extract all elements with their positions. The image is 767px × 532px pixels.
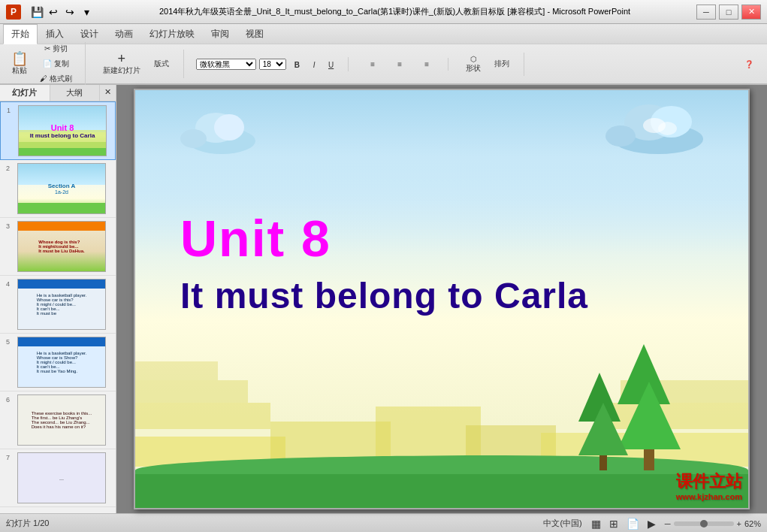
slide-area[interactable]: Unit 8 It must belong to Carla 课件立站 www.… bbox=[116, 85, 767, 513]
new-slide-button[interactable]: + 新建幻灯片 bbox=[98, 50, 146, 78]
slide-num-6: 6 bbox=[6, 394, 15, 404]
slide-img-6: These exercise books in this...The first… bbox=[17, 394, 106, 446]
format-painter-button[interactable]: 🖌 格式刷 bbox=[36, 72, 76, 86]
zoom-percent[interactable]: 62% bbox=[744, 519, 761, 528]
arrange-button[interactable]: 排列 bbox=[489, 56, 515, 71]
slide-title-group[interactable]: Unit 8 It must belong to Carla bbox=[180, 210, 588, 317]
bold-button[interactable]: B bbox=[289, 59, 305, 71]
tab-review[interactable]: 审阅 bbox=[203, 24, 237, 44]
thumb-6-text: These exercise books in this...The first… bbox=[32, 411, 92, 429]
slide-num-5: 5 bbox=[6, 337, 15, 346]
shapes-button[interactable]: ⬡ 形状 bbox=[461, 53, 486, 76]
minimize-button[interactable]: ─ bbox=[696, 5, 716, 20]
normal-view-btn[interactable]: ▦ bbox=[588, 517, 604, 530]
shapes-icon: ⬡ bbox=[470, 55, 477, 63]
slide-img-1: Unit 8 It must belong to Carla bbox=[18, 105, 107, 156]
customize-quick-btn[interactable]: ▾ bbox=[80, 5, 93, 19]
slide-subtitle: It must belong to Carla bbox=[180, 274, 588, 318]
underline-button[interactable]: U bbox=[323, 59, 339, 71]
ribbon-content: 📋 粘贴 ✂ 剪切 📄 复制 🖌 格式刷 + 新建幻灯片 版式 微软雅黑 18 bbox=[0, 44, 767, 83]
slide-sorter-btn[interactable]: ⊞ bbox=[606, 517, 621, 530]
redo-quick-btn[interactable]: ↪ bbox=[63, 5, 77, 19]
new-slide-icon: + bbox=[118, 52, 126, 65]
zoom-plus[interactable]: + bbox=[737, 519, 741, 528]
slide-unit-title: Unit 8 bbox=[180, 210, 588, 267]
slideshow-view-btn[interactable]: ▶ bbox=[645, 517, 659, 530]
drawing-group: ⬡ 形状 排列 bbox=[461, 53, 524, 76]
slide-thumbnail-3[interactable]: 3 Whose dog is this?It might/could be...… bbox=[0, 218, 116, 276]
undo-quick-btn[interactable]: ↩ bbox=[47, 5, 60, 19]
panel-close-button[interactable]: ✕ bbox=[100, 85, 116, 101]
paste-icon: 📋 bbox=[11, 52, 28, 65]
tab-view[interactable]: 视图 bbox=[237, 24, 272, 44]
slide-num-4: 4 bbox=[6, 279, 15, 288]
help-area: ❓ bbox=[737, 58, 761, 71]
panel-tab-outline[interactable]: 大纲 bbox=[50, 85, 101, 101]
window-title: 2014年秋九年级英语全册_Unit_8_It_must_belong_to_C… bbox=[93, 6, 696, 17]
slide-thumbnail-2[interactable]: 2 Section A 1a-2d bbox=[0, 160, 116, 218]
ribbon-tabs[interactable]: 开始 插入 设计 动画 幻灯片放映 审阅 视图 bbox=[0, 24, 767, 44]
slide-thumbnail-7[interactable]: 7 ... bbox=[0, 449, 116, 507]
save-quick-btn[interactable]: 💾 bbox=[30, 5, 44, 19]
watermark: 课件立站 www.kjzhan.com bbox=[676, 472, 742, 502]
zoom-slider[interactable] bbox=[674, 521, 734, 526]
slide-img-3: Whose dog is this?It might/could be...It… bbox=[17, 221, 106, 272]
align-right-button[interactable]: ≡ bbox=[415, 58, 439, 71]
cut-button[interactable]: ✂ 剪切 bbox=[36, 42, 76, 56]
ground-base bbox=[135, 474, 748, 508]
thumb-section-a-label: Section A bbox=[48, 183, 76, 189]
slide-thumbnail-4[interactable]: 4 He is a basketball player.Whose car is… bbox=[0, 276, 116, 334]
paste-button[interactable]: 📋 粘贴 bbox=[6, 50, 33, 78]
tab-design[interactable]: 设计 bbox=[72, 24, 107, 44]
watermark-line1: 课件立站 bbox=[676, 472, 742, 491]
font-family-select[interactable]: 微软雅黑 bbox=[196, 59, 256, 70]
close-button[interactable]: ✕ bbox=[741, 5, 761, 20]
clipboard-group: 📋 粘贴 ✂ 剪切 📄 复制 🖌 格式刷 bbox=[6, 42, 86, 86]
status-right: 中文(中国) ▦ ⊞ 📄 ▶ ─ + 62% bbox=[543, 517, 761, 530]
font-size-select[interactable]: 18 bbox=[259, 59, 286, 70]
title-bar: P 💾 ↩ ↪ ▾ 2014年秋九年级英语全册_Unit_8_It_must_b… bbox=[0, 0, 767, 24]
font-group: 微软雅黑 18 B I U bbox=[196, 57, 349, 71]
watermark-line2: www.kjzhan.com bbox=[676, 492, 742, 502]
tab-slideshow[interactable]: 幻灯片放映 bbox=[141, 24, 203, 44]
tab-animation[interactable]: 动画 bbox=[107, 24, 141, 44]
thumb-4-text: He is a basketball player.Whose car is t… bbox=[37, 293, 87, 316]
align-left-button[interactable]: ≡ bbox=[361, 58, 385, 71]
slide-img-4: He is a basketball player.Whose car is t… bbox=[17, 279, 106, 330]
slide-num-3: 3 bbox=[6, 221, 15, 230]
tab-home[interactable]: 开始 bbox=[3, 24, 38, 44]
main-layout: 幻灯片 大纲 ✕ 1 Unit 8 It must belong to Carl… bbox=[0, 85, 767, 513]
copy-button[interactable]: 📄 复制 bbox=[36, 57, 76, 71]
slides-panel[interactable]: 幻灯片 大纲 ✕ 1 Unit 8 It must belong to Carl… bbox=[0, 85, 116, 513]
tree-right-2 bbox=[578, 373, 628, 470]
layout-button[interactable]: 版式 bbox=[149, 56, 174, 71]
zoom-thumb bbox=[700, 520, 708, 527]
reading-view-btn[interactable]: 📄 bbox=[624, 517, 642, 530]
maximize-button[interactable]: □ bbox=[719, 5, 738, 20]
main-slide[interactable]: Unit 8 It must belong to Carla 课件立站 www.… bbox=[134, 89, 750, 509]
panel-tabs[interactable]: 幻灯片 大纲 ✕ bbox=[0, 85, 116, 101]
help-button[interactable]: ❓ bbox=[737, 58, 761, 71]
slide-img-2: Section A 1a-2d bbox=[17, 163, 106, 214]
slide-thumbnail-6[interactable]: 6 These exercise books in this...The fir… bbox=[0, 391, 116, 449]
slide-count: 幻灯片 1/20 bbox=[6, 518, 49, 529]
app-icon: P bbox=[6, 5, 21, 20]
panel-tab-slides[interactable]: 幻灯片 bbox=[0, 85, 50, 101]
window-controls[interactable]: ─ □ ✕ bbox=[696, 5, 761, 20]
align-center-button[interactable]: ≡ bbox=[388, 58, 412, 71]
cloud-right bbox=[605, 105, 711, 154]
slide-num-2: 2 bbox=[6, 163, 15, 172]
thumb-3-text: Whose dog is this?It might/could be...It… bbox=[38, 240, 84, 253]
language-indicator: 中文(中国) bbox=[543, 518, 581, 529]
slide-thumbnail-5[interactable]: 5 He is a basketball player.Whose car is… bbox=[0, 334, 116, 391]
quick-access-toolbar[interactable]: 💾 ↩ ↪ ▾ bbox=[30, 5, 93, 19]
zoom-minus[interactable]: ─ bbox=[665, 519, 671, 528]
thumb-7-text: ... bbox=[59, 476, 64, 481]
slide-thumbnail-1[interactable]: 1 Unit 8 It must belong to Carla bbox=[0, 101, 116, 160]
tab-insert[interactable]: 插入 bbox=[38, 24, 72, 44]
italic-button[interactable]: I bbox=[306, 59, 322, 71]
thumb-5-text: He is a basketball player.Whose car is S… bbox=[37, 351, 87, 373]
thumb-subtitle-label: It must belong to Carla bbox=[30, 132, 95, 139]
thumb-unit8-label: Unit 8 bbox=[30, 123, 95, 132]
cloud-left bbox=[180, 113, 263, 154]
